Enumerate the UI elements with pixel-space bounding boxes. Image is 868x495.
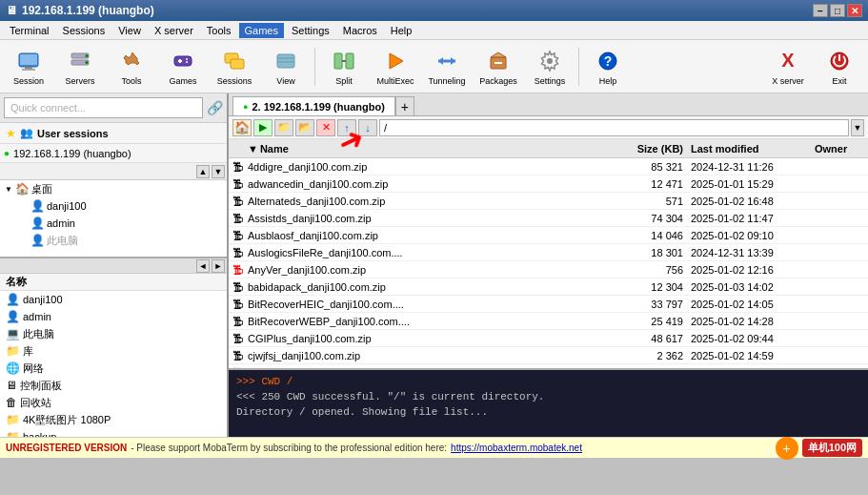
lt-network-icon: 🌐 <box>6 361 20 375</box>
toolbar-exit-label: Exit <box>832 76 846 86</box>
lower-tree-backup[interactable]: 📁 backup <box>0 428 227 437</box>
toolbar-packages-label: Packages <box>479 76 517 86</box>
toolbar-tunneling[interactable]: Tunneling <box>422 43 472 91</box>
star-icon: ★ <box>6 127 16 140</box>
menu-settings[interactable]: Settings <box>286 23 335 38</box>
toolbar-packages[interactable]: Packages <box>474 43 523 91</box>
tree-label-hidden: 此电脑 <box>47 234 78 248</box>
xserver-icon: X <box>775 48 801 74</box>
file-row[interactable]: 🗜Alternateds_danji100.com.zip 571 2025-0… <box>229 193 868 210</box>
toolbar-sep2 <box>578 48 579 86</box>
toolbar-xserver[interactable]: X X server <box>763 43 813 91</box>
col-header-owner[interactable]: Owner <box>811 143 868 155</box>
toolbar-settings[interactable]: Settings <box>525 43 575 91</box>
fm-path-dropdown[interactable]: ▼ <box>851 119 864 136</box>
toolbar-help[interactable]: ? Help <box>583 43 633 91</box>
lower-tree-wallpaper[interactable]: 📁 4K壁纸图片 1080P <box>0 411 227 428</box>
menu-xserver[interactable]: X server <box>149 23 199 38</box>
toolbar-split-label: Split <box>335 76 353 86</box>
menu-bar: Terminal Sessions View X server Tools Ga… <box>0 21 868 40</box>
file-row[interactable]: 🗜BitRecoverHEIC_danji100.com.... 33 797 … <box>229 296 868 313</box>
tree-item-hidden-user[interactable]: 👤 此电脑 <box>0 232 227 249</box>
lt-danji100-icon: 👤 <box>6 293 20 306</box>
fm-cancel-button[interactable]: ✕ <box>316 119 335 136</box>
menu-sessions[interactable]: Sessions <box>57 23 111 38</box>
menu-games[interactable]: Games <box>239 23 284 38</box>
close-button[interactable]: ✕ <box>847 4 862 17</box>
toolbar-servers-label: Servers <box>65 76 94 86</box>
lower-tree-network[interactable]: 🌐 网络 <box>0 360 227 377</box>
sessions-icon <box>221 48 248 74</box>
col-header-date[interactable]: Last modified <box>687 143 811 155</box>
svg-rect-19 <box>346 53 353 69</box>
fm-play-button[interactable]: ▶ <box>253 119 273 136</box>
menu-tools[interactable]: Tools <box>201 23 237 38</box>
help-icon: ? <box>595 48 621 74</box>
lower-tree-nav-up[interactable]: ◄ <box>196 259 210 273</box>
menu-terminal[interactable]: Terminal <box>4 23 55 38</box>
file-row[interactable]: 🗜babidapack_danji100.com.zip 12 304 2025… <box>229 278 868 296</box>
file-row[interactable]: 🗜CGIPlus_danji100.com.zip 48 617 2025-01… <box>229 330 868 347</box>
maximize-button[interactable]: □ <box>830 4 845 17</box>
lower-tree-computer[interactable]: 💻 此电脑 <box>0 325 227 342</box>
tree-item-admin-session[interactable]: 👤 admin <box>0 215 227 232</box>
mobatek-logo: + <box>776 437 798 460</box>
session-subtitle: 192.168.1.199 (huangbo) <box>13 148 131 159</box>
lower-tree-library[interactable]: 📁 库 <box>0 342 227 360</box>
games-icon <box>170 48 196 74</box>
col-header-size[interactable]: Size (KB) <box>616 143 687 155</box>
user-icon: 👤 <box>30 199 45 213</box>
toolbar-split[interactable]: Split <box>319 43 369 91</box>
tree-nav-down[interactable]: ▼ <box>212 165 225 178</box>
add-tab-button[interactable]: + <box>395 96 414 115</box>
fm-upload-button[interactable]: ↑ <box>337 119 356 136</box>
toolbar-sep1 <box>314 48 315 86</box>
lt-recycle-icon: 🗑 <box>6 396 17 409</box>
lt-computer-icon: 💻 <box>6 327 20 340</box>
toolbar-sessions[interactable]: Sessions <box>210 43 259 91</box>
menu-macros[interactable]: Macros <box>337 23 383 38</box>
lower-tree-nav-right[interactable]: ► <box>212 259 225 273</box>
toolbar-servers[interactable]: Servers <box>55 43 105 91</box>
tree-item-danji100-session[interactable]: 👤 danji100 <box>0 197 227 215</box>
admin-icon: 👤 <box>30 217 45 230</box>
file-row[interactable]: 🗜4ddigre_danji100.com.zip 85 321 2024-12… <box>229 158 868 175</box>
menu-view[interactable]: View <box>112 23 147 38</box>
minimize-button[interactable]: − <box>813 4 828 17</box>
tree-item-desktop[interactable]: ▼ 🏠 桌面 <box>0 180 227 197</box>
terminal-status: Directory / opened. Showing file list... <box>236 406 488 418</box>
menu-help[interactable]: Help <box>385 23 418 38</box>
toolbar-tools[interactable]: Tools <box>107 43 156 91</box>
toolbar-games[interactable]: Games <box>158 43 208 91</box>
quick-connect-input[interactable]: Quick connect... <box>4 97 203 118</box>
svg-marker-20 <box>390 53 403 69</box>
fm-folder-btn2[interactable]: 📂 <box>295 119 314 136</box>
file-row[interactable]: 🗜cjwjfsj_danji100.com.zip 2 362 2025-01-… <box>229 347 868 364</box>
lower-tree-recycle[interactable]: 🗑 回收站 <box>0 394 227 411</box>
file-row[interactable]: 🗜adwancedin_danji100.com.zip 12 471 2025… <box>229 175 868 193</box>
toolbar-exit[interactable]: Exit <box>815 43 864 91</box>
file-row[interactable]: 🗜Ausblaosf_danji100.com.zip 14 046 2025-… <box>229 227 868 244</box>
fm-home-button[interactable]: 🏠 <box>232 119 252 136</box>
toolbar-multiexec[interactable]: MultiExec <box>371 43 420 91</box>
site-logo: 单机100网 <box>802 439 862 457</box>
toolbar-session[interactable]: Session <box>4 43 53 91</box>
lower-tree-control[interactable]: 🖥 控制面板 <box>0 377 227 394</box>
file-row[interactable]: 🗜AuslogicsFileRe_danji100.com.... 18 301… <box>229 244 868 261</box>
lower-tree-admin[interactable]: 👤 admin <box>0 308 227 325</box>
col-header-name[interactable]: ▼ Name <box>229 143 616 155</box>
file-row[interactable]: 🗜Assistds_danji100.com.zip 74 304 2025-0… <box>229 210 868 227</box>
lower-tree-danji100[interactable]: 👤 danji100 <box>0 291 227 308</box>
tree-nav-up[interactable]: ▲ <box>196 165 210 178</box>
user-sessions-header-icon: 👥 <box>20 127 33 139</box>
file-row[interactable]: 🗜BitRecoverWEBP_danji100.com.... 25 419 … <box>229 313 868 330</box>
status-link[interactable]: https://mobaxterm.mobatek.net <box>451 443 582 453</box>
lt-folder-icon1: 📁 <box>6 344 20 358</box>
toolbar-view[interactable]: View <box>261 43 311 91</box>
fm-download-button[interactable]: ↓ <box>358 119 377 136</box>
status-message: - Please support MobaTerm by subscribing… <box>131 443 447 453</box>
fm-folder-btn1[interactable]: 📁 <box>274 119 293 136</box>
window-icon: 🖥 <box>6 4 17 17</box>
session-tab-1[interactable]: ● 2. 192.168.1.199 (huangbo) <box>232 96 395 115</box>
file-row[interactable]: 🗜AnyVer_danji100.com.zip 756 2025-01-02 … <box>229 261 868 278</box>
